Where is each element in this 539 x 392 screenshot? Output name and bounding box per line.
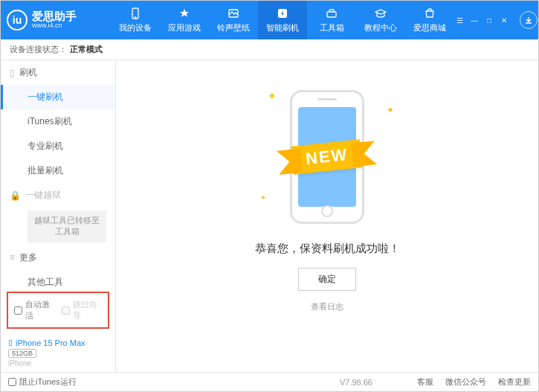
nav-my-device[interactable]: 我的设备: [111, 1, 160, 39]
close-icon[interactable]: ✕: [499, 16, 509, 25]
nav-ringtone-wallpaper[interactable]: 铃声壁纸: [209, 1, 258, 39]
nav-label: 应用游戏: [168, 22, 201, 33]
success-illustration: ✦ ✦ ✦ NEW: [260, 83, 394, 231]
checkbox-label: 自动激活: [25, 299, 54, 321]
logo-icon: iu: [7, 10, 28, 30]
more-icon: ≡: [10, 252, 15, 263]
sparkle-icon: ✦: [260, 193, 266, 202]
tutorial-icon: [374, 7, 387, 20]
nav-toolbox[interactable]: 工具箱: [307, 1, 356, 39]
footer-link-support[interactable]: 客服: [417, 376, 433, 388]
logo-area: iu 爱思助手 www.i4.cn: [7, 10, 111, 30]
group-label: 刷机: [19, 66, 37, 79]
header-right: ☰ — □ ✕: [454, 11, 539, 29]
app-header: iu 爱思助手 www.i4.cn 我的设备 应用游戏 铃声壁纸 智能刷机: [1, 1, 538, 39]
device-storage: 512GB: [8, 349, 36, 358]
nav-label: 我的设备: [119, 22, 152, 33]
block-itunes-checkbox[interactable]: 阻止iTunes运行: [8, 376, 77, 388]
device-type: iPhone: [8, 359, 108, 367]
checkbox-label: 阻止iTunes运行: [19, 376, 77, 388]
lock-icon: 🔒: [10, 190, 21, 201]
window-controls: ☰ — □ ✕: [454, 16, 509, 25]
sidebar-group-more[interactable]: ≡ 更多: [1, 245, 115, 270]
nav-smart-flash[interactable]: 智能刷机: [258, 1, 307, 39]
sidebar-options-highlight: 自动激活 跳过向导: [7, 292, 109, 329]
auto-activate-checkbox[interactable]: 自动激活: [14, 299, 54, 321]
device-name: iPhone 15 Pro Max: [16, 338, 85, 347]
download-button[interactable]: [520, 11, 538, 29]
main-content: ✦ ✦ ✦ NEW 恭喜您，保资料刷机成功啦！ 确定 查看日志: [116, 60, 538, 372]
app-subtitle: www.i4.cn: [32, 22, 77, 30]
device-name-row[interactable]: ▯ iPhone 15 Pro Max: [8, 338, 108, 347]
confirm-button[interactable]: 确定: [298, 268, 356, 291]
footer-link-wechat[interactable]: 微信公众号: [445, 376, 486, 388]
auto-activate-input[interactable]: [14, 306, 22, 315]
nav-label: 教程中心: [364, 22, 397, 33]
version-label: V7.98.66: [340, 378, 372, 387]
flash-icon: [276, 7, 289, 20]
footer: 阻止iTunes运行 V7.98.66 客服 微信公众号 检查更新: [1, 372, 538, 391]
block-itunes-input[interactable]: [8, 378, 16, 386]
sparkle-icon: ✦: [387, 105, 394, 115]
nav-label: 铃声壁纸: [217, 22, 250, 33]
menu-icon[interactable]: ☰: [454, 16, 465, 25]
toolbox-icon: [325, 7, 338, 20]
view-log-link[interactable]: 查看日志: [311, 301, 343, 312]
group-label: 一键越狱: [25, 189, 61, 202]
sidebar-item-oneclick-flash[interactable]: 一键刷机: [1, 85, 115, 109]
sidebar-group-jailbreak: 🔒 一键越狱: [1, 183, 115, 208]
skip-wizard-checkbox: 跳过向导: [62, 299, 102, 321]
nav-apps-games[interactable]: 应用游戏: [160, 1, 209, 39]
nav-label: 工具箱: [320, 22, 344, 33]
sidebar-item-pro-flash[interactable]: 专业刷机: [1, 134, 115, 158]
status-label: 设备连接状态：: [10, 44, 67, 55]
jailbreak-moved-note: 越狱工具已转移至工具箱: [28, 211, 106, 242]
sidebar-item-batch-flash[interactable]: 批量刷机: [1, 158, 115, 183]
minimize-icon[interactable]: —: [469, 16, 480, 25]
store-icon: [423, 7, 436, 20]
device-icon: [129, 7, 142, 20]
device-info: ▯ iPhone 15 Pro Max 512GB iPhone: [1, 333, 115, 372]
maximize-icon[interactable]: □: [484, 16, 494, 25]
success-message: 恭喜您，保资料刷机成功啦！: [255, 242, 400, 256]
group-label: 更多: [19, 251, 37, 264]
skip-wizard-input: [62, 306, 70, 315]
status-bar: 设备连接状态： 正常模式: [1, 39, 538, 60]
checkbox-label: 跳过向导: [73, 299, 102, 321]
svg-rect-4: [327, 12, 336, 17]
main-nav: 我的设备 应用游戏 铃声壁纸 智能刷机 工具箱 教程中心: [111, 1, 454, 39]
apps-icon: [178, 7, 191, 20]
footer-links: 客服 微信公众号 检查更新: [417, 376, 531, 388]
sparkle-icon: ✦: [268, 90, 277, 102]
nav-tutorial[interactable]: 教程中心: [356, 1, 405, 39]
nav-label: 智能刷机: [266, 22, 299, 33]
phone-icon: ▯: [10, 68, 15, 78]
footer-link-update[interactable]: 检查更新: [498, 376, 531, 388]
nav-label: 爱思商城: [413, 22, 446, 33]
app-title: 爱思助手: [32, 10, 77, 23]
status-value: 正常模式: [70, 44, 103, 55]
wallpaper-icon: [227, 7, 240, 20]
sidebar-group-flash[interactable]: ▯ 刷机: [1, 60, 115, 85]
device-small-icon: ▯: [8, 338, 13, 347]
sidebar: ▯ 刷机 一键刷机 iTunes刷机 专业刷机 批量刷机 🔒 一键越狱 越狱工具…: [1, 60, 116, 372]
sidebar-item-other-tools[interactable]: 其他工具: [1, 270, 115, 287]
nav-store[interactable]: 爱思商城: [405, 1, 454, 39]
sidebar-item-itunes-flash[interactable]: iTunes刷机: [1, 109, 115, 134]
